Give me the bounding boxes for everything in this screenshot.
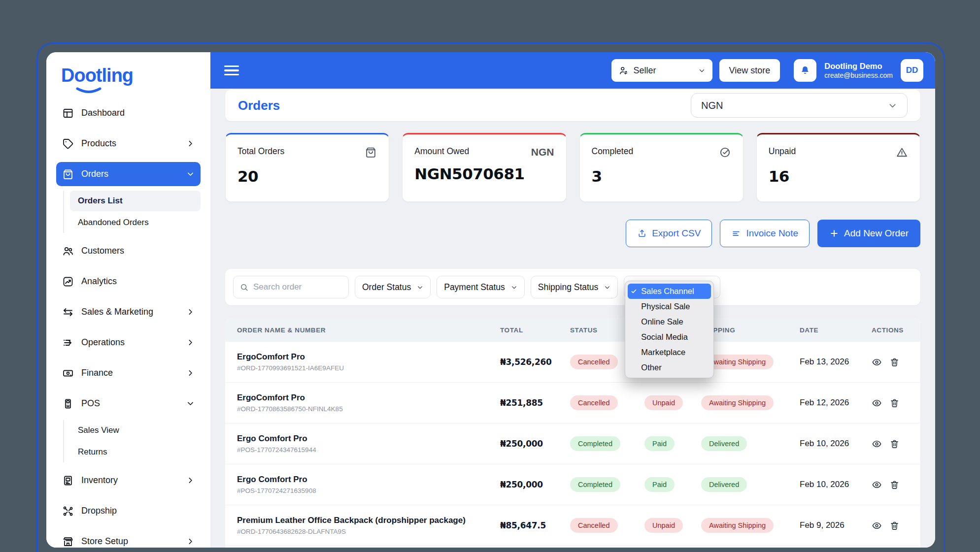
sidebar-item-sales-marketing[interactable]: Sales & Marketing — [56, 300, 201, 324]
network-icon — [62, 505, 74, 517]
currency-select[interactable]: NGN — [691, 93, 908, 118]
stat-card-amount-owed: Amount OwedNGN NGN5070681 — [402, 133, 566, 202]
search-icon — [239, 283, 249, 292]
dootling-logo[interactable]: Dootling — [61, 65, 160, 86]
seller-select[interactable]: Seller — [611, 59, 712, 82]
sidebar-item-label: Orders — [81, 169, 108, 179]
plus-icon — [829, 228, 839, 238]
row-actions — [872, 357, 909, 367]
sidebar-subitem-returns[interactable]: Returns — [70, 442, 201, 462]
add-new-order-label: Add New Order — [844, 228, 909, 239]
menu-option-sales-channel[interactable]: Sales Channel — [628, 284, 711, 299]
sidebar-item-analytics[interactable]: Analytics — [56, 269, 201, 293]
topbar: Seller View store Dootling Demo create@b — [210, 52, 935, 89]
menu-option-marketplace[interactable]: Marketplace — [628, 345, 711, 360]
status-badge: Cancelled — [570, 518, 618, 533]
shipping-status-select[interactable]: Shipping Status — [531, 276, 618, 298]
sidebar-item-dropship[interactable]: Dropship — [56, 499, 201, 523]
delete-order-button[interactable] — [889, 439, 900, 449]
order-name-cell: ErgoComfort Pro #ORD-1770863586750-NFINL… — [237, 393, 496, 413]
sidebar-item-label: Finance — [81, 368, 113, 378]
payment-badge: Unpaid — [644, 518, 683, 533]
sidebar-subitem-sales-view[interactable]: Sales View — [70, 420, 201, 441]
table-row: Premium Leather Office Backpack (dropshi… — [225, 505, 920, 546]
delete-order-button[interactable] — [889, 398, 900, 408]
sidebar-item-store-setup[interactable]: Store Setup — [56, 529, 201, 548]
order-date: Feb 9, 2026 — [800, 520, 868, 530]
order-number: #ORD-1770993691521-IA6E9AFEU — [237, 364, 496, 372]
sales-channel-wrap: Sales Channel Sales Channel Physical Sal… — [624, 276, 720, 298]
shopping-bag-icon — [62, 168, 74, 180]
chevron-right-icon — [186, 338, 195, 347]
sidebar-item-label: POS — [81, 398, 100, 409]
view-order-button[interactable] — [872, 357, 882, 367]
chevron-right-icon — [186, 476, 195, 485]
invoice-note-button[interactable]: Invoice Note — [720, 220, 810, 247]
order-name: Ergo Comfort Pro — [237, 434, 496, 444]
sidebar-subitem-abandoned-orders[interactable]: Abandoned Orders — [70, 212, 201, 233]
row-actions — [872, 398, 909, 408]
operations-icon — [62, 337, 74, 349]
sidebar-subitem-orders-list[interactable]: Orders List — [70, 191, 201, 211]
sidebar-item-inventory[interactable]: Inventory — [56, 468, 201, 492]
menu-option-other[interactable]: Other — [628, 360, 711, 375]
hamburger-menu-icon[interactable] — [224, 63, 239, 78]
menu-option-physical-sale[interactable]: Physical Sale — [628, 299, 711, 314]
user-info[interactable]: Dootling Demo create@business.com — [824, 61, 893, 80]
delete-order-button[interactable] — [889, 357, 900, 367]
payment-badge: Unpaid — [644, 395, 683, 410]
orders-table-header: Order Name & NumberTotalStatusPaymentShi… — [225, 318, 920, 342]
check-icon — [631, 288, 641, 294]
order-name-cell: Ergo Comfort Pro #POS-1770724347615944 — [237, 434, 496, 454]
export-csv-button[interactable]: Export CSV — [626, 220, 712, 247]
warning-icon — [896, 146, 908, 161]
sidebar-item-customers[interactable]: Customers — [56, 239, 201, 263]
avatar[interactable]: DD — [901, 59, 923, 82]
sidebar-nav: Dashboard Products OrdersOrders ListAban… — [56, 101, 201, 548]
view-order-button[interactable] — [872, 520, 882, 531]
view-order-button[interactable] — [872, 398, 882, 408]
delete-order-button[interactable] — [889, 480, 900, 490]
chevron-down-icon — [888, 101, 897, 110]
sidebar-item-finance[interactable]: Finance — [56, 361, 201, 385]
view-store-button[interactable]: View store — [719, 59, 780, 82]
chevron-right-icon — [186, 369, 195, 377]
shopping-bag-icon — [365, 146, 377, 161]
column-header-shipping: Shipping — [701, 326, 796, 334]
store-icon — [62, 536, 74, 548]
order-number: #POS-1770724271635908 — [237, 487, 496, 494]
menu-option-online-sale[interactable]: Online Sale — [628, 314, 711, 329]
invoice-note-label: Invoice Note — [746, 228, 798, 239]
order-status-select[interactable]: Order Status — [355, 276, 431, 298]
sidebar-item-dashboard[interactable]: Dashboard — [56, 101, 201, 125]
row-actions — [872, 480, 909, 490]
order-date: Feb 12, 2026 — [800, 398, 868, 408]
order-number: #ORD-1770863586750-NFINL4K85 — [237, 405, 496, 413]
sidebar-item-products[interactable]: Products — [56, 131, 201, 156]
delete-order-button[interactable] — [889, 520, 900, 531]
column-header-actions: Actions — [872, 326, 909, 334]
payment-status-select[interactable]: Payment Status — [437, 276, 525, 298]
tag-icon — [62, 138, 74, 150]
sidebar-item-orders[interactable]: Orders — [56, 162, 201, 186]
stat-label: Unpaid — [769, 146, 796, 157]
chevron-down-icon — [604, 284, 610, 291]
sidebar-item-label: Dropship — [81, 506, 117, 516]
chevron-down-icon — [417, 284, 423, 291]
sidebar-item-pos[interactable]: POS — [56, 391, 201, 416]
view-order-button[interactable] — [872, 439, 882, 449]
status-badge: Completed — [570, 436, 620, 451]
add-new-order-button[interactable]: Add New Order — [817, 220, 920, 247]
notification-bell-button[interactable] — [794, 59, 816, 82]
sidebar-item-operations[interactable]: Operations — [56, 330, 201, 355]
shipping-status-select-value: Shipping Status — [538, 282, 599, 292]
chevron-right-icon — [186, 537, 195, 546]
order-name-cell: Ergo Comfort Pro #POS-1770724271635908 — [237, 475, 496, 494]
view-order-button[interactable] — [872, 480, 882, 490]
sidebar-item-label: Sales & Marketing — [81, 307, 153, 317]
menu-option-social-media[interactable]: Social Media — [628, 329, 711, 345]
search-order-input[interactable] — [253, 282, 342, 292]
order-total: ₦250,000 — [500, 480, 566, 489]
order-name: Ergo Comfort Pro — [237, 475, 496, 485]
order-total: ₦85,647.5 — [500, 520, 566, 530]
